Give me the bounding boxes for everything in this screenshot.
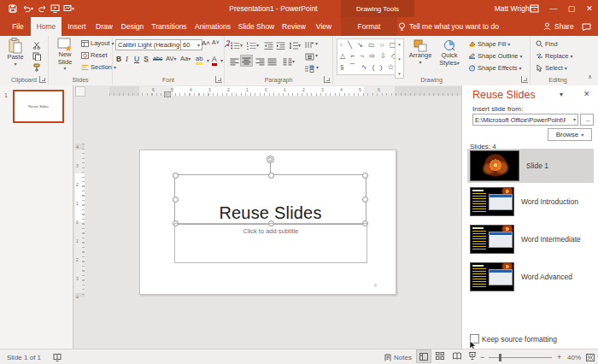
comments-icon[interactable] — [580, 21, 592, 33]
tab-animations[interactable]: Animations — [191, 17, 234, 36]
justify-button[interactable] — [266, 56, 278, 68]
shapes-gallery-scrollbar[interactable]: ▴ ▾ ▾ — [395, 38, 404, 79]
character-spacing-button[interactable]: AV▾ — [166, 55, 176, 62]
tab-transitions[interactable]: Transitions — [149, 17, 190, 36]
font-dialog-launcher-icon[interactable] — [215, 76, 222, 83]
decrease-indent-icon[interactable] — [262, 39, 274, 51]
increase-indent-icon[interactable] — [274, 39, 286, 51]
tab-review[interactable]: Review — [278, 17, 309, 36]
ribbon-display-options-icon[interactable] — [528, 3, 540, 15]
start-slideshow-icon[interactable] — [49, 3, 61, 15]
align-right-button[interactable] — [254, 56, 266, 68]
pane-close-icon[interactable]: ✕ — [583, 90, 590, 98]
new-slide-button[interactable]: New Slide▾ — [52, 38, 78, 71]
zoom-out-button[interactable]: − — [480, 349, 484, 364]
slide-counter[interactable]: Slide 1 of 1 — [7, 349, 41, 364]
pane-menu-chevron-icon[interactable]: ▾ — [560, 91, 563, 98]
fit-slide-to-window-icon[interactable] — [586, 349, 595, 364]
decrease-font-size-icon[interactable]: A˅ — [212, 39, 220, 45]
tab-draw[interactable]: Draw — [92, 17, 116, 36]
tab-home[interactable]: Home — [31, 17, 62, 36]
pane-slide-item-4[interactable]: Word Advanced — [467, 261, 594, 292]
tab-insert[interactable]: Insert — [63, 17, 91, 36]
bullets-chevron-icon[interactable]: ▾ — [240, 43, 243, 48]
shapes-gallery[interactable]: ▫ ╲ ↘ ▭ ○ ▢ △ ⌐ ¬ ⇨ ⇩ ◇ § ⌒ ∿ ( ) ☆ — [337, 38, 400, 75]
drawing-dialog-launcher-icon[interactable] — [521, 76, 528, 83]
reading-view-button[interactable] — [450, 349, 464, 361]
tab-view[interactable]: View — [311, 17, 337, 36]
shape-effects-button[interactable]: Shape Effects▾ — [468, 64, 522, 72]
slide-show-view-button[interactable] — [466, 349, 479, 361]
text-shadow-button[interactable]: S — [144, 55, 149, 63]
go-arrow-button[interactable]: → — [580, 114, 594, 126]
share-button[interactable]: Share — [543, 17, 574, 36]
convert-smartart-icon[interactable] — [303, 62, 315, 74]
browse-button[interactable]: Browse▾ — [548, 128, 592, 141]
tab-slideshow[interactable]: Slide Show — [236, 17, 277, 36]
bullets-icon[interactable] — [229, 39, 241, 51]
slide-sorter-view-button[interactable] — [433, 349, 447, 361]
italic-button[interactable]: I — [126, 55, 128, 63]
shapes-more-icon[interactable]: ▾ — [398, 71, 401, 76]
section-button[interactable]: Section▾ — [81, 63, 116, 71]
layout-button[interactable]: Layout▾ — [81, 39, 114, 47]
notes-button[interactable]: Notes — [384, 349, 412, 364]
pane-slide-item-2[interactable]: Word Introduction — [467, 186, 594, 217]
quick-styles-button[interactable]: Quick Styles▾ — [436, 39, 463, 67]
shapes-scroll-down-icon[interactable]: ▾ — [398, 56, 401, 62]
paste-button[interactable]: Paste▾ — [3, 38, 27, 67]
underline-button[interactable]: U — [134, 55, 139, 63]
align-text-chevron-icon[interactable]: ▾ — [315, 53, 318, 58]
clipboard-dialog-launcher-icon[interactable] — [39, 76, 46, 83]
find-button[interactable]: Find — [536, 40, 558, 48]
strikethrough-button[interactable]: abc — [153, 56, 162, 62]
columns-chevron-icon[interactable]: ▾ — [292, 59, 295, 64]
close-button[interactable]: ✕ — [581, 0, 598, 17]
zoom-slider[interactable] — [489, 349, 552, 364]
zoom-slider-track[interactable] — [489, 357, 552, 358]
subtitle-placeholder[interactable]: Click to add subtitle — [174, 223, 367, 263]
line-spacing-icon[interactable] — [287, 39, 299, 51]
align-left-button[interactable] — [228, 56, 240, 68]
resize-handle-nw[interactable] — [173, 173, 179, 179]
collapse-ribbon-icon[interactable]: ∧ — [588, 73, 592, 80]
redo-icon[interactable] — [36, 3, 48, 15]
change-case-button[interactable]: Aa▾ — [180, 55, 191, 62]
slide-1-thumbnail[interactable]: Reuse Slides — [13, 90, 64, 123]
zoom-slider-thumb[interactable] — [499, 354, 501, 361]
font-color-button[interactable]: A — [212, 55, 217, 66]
save-icon[interactable] — [7, 3, 19, 15]
slide-canvas[interactable]: Reuse Slides Click to add sub — [139, 150, 396, 295]
zoom-level[interactable]: 40% — [567, 349, 581, 364]
resize-handle-ne[interactable] — [362, 173, 368, 179]
format-painter-icon[interactable] — [31, 62, 43, 73]
columns-icon[interactable] — [281, 56, 293, 68]
shape-fill-button[interactable]: Shape Fill▾ — [468, 40, 510, 48]
reset-button[interactable]: Reset — [81, 51, 108, 59]
tell-me-box[interactable]: Tell me what you want to do — [398, 17, 499, 36]
user-name[interactable]: Matt Wright — [495, 0, 531, 17]
pane-slide-item-3[interactable]: Word Intermediate — [467, 224, 594, 255]
undo-chevron-icon[interactable]: ▾ — [31, 6, 33, 11]
shapes-scroll-up-icon[interactable]: ▴ — [398, 41, 401, 46]
resize-handle-w[interactable] — [173, 197, 179, 203]
proofing-icon[interactable] — [53, 349, 62, 364]
resize-handle-n[interactable] — [268, 173, 274, 179]
font-size-combobox[interactable]: 60▾ — [180, 39, 202, 50]
align-text-icon[interactable] — [303, 50, 315, 62]
numbering-icon[interactable] — [245, 39, 257, 51]
indent-marker[interactable] — [164, 91, 171, 97]
tab-format[interactable]: Format — [343, 17, 395, 36]
pane-slide-item-1[interactable]: Slide 1 — [467, 149, 594, 183]
increase-font-size-icon[interactable]: A˄ — [202, 39, 210, 47]
rotation-handle[interactable] — [266, 152, 275, 161]
arrange-button[interactable]: Arrange▾ — [407, 39, 434, 65]
font-color-chevron-icon[interactable]: ▾ — [220, 58, 223, 63]
smartart-chevron-icon[interactable]: ▾ — [316, 65, 319, 70]
zoom-in-button[interactable]: + — [557, 349, 561, 364]
highlight-chevron-icon[interactable]: ▾ — [207, 58, 209, 63]
text-direction-icon[interactable] — [303, 38, 315, 50]
tab-file[interactable]: File — [7, 17, 29, 36]
subtitle-placeholder-text[interactable]: Click to add subtitle — [175, 227, 366, 235]
qat-more-chevron-icon[interactable]: ▾ — [72, 6, 74, 11]
